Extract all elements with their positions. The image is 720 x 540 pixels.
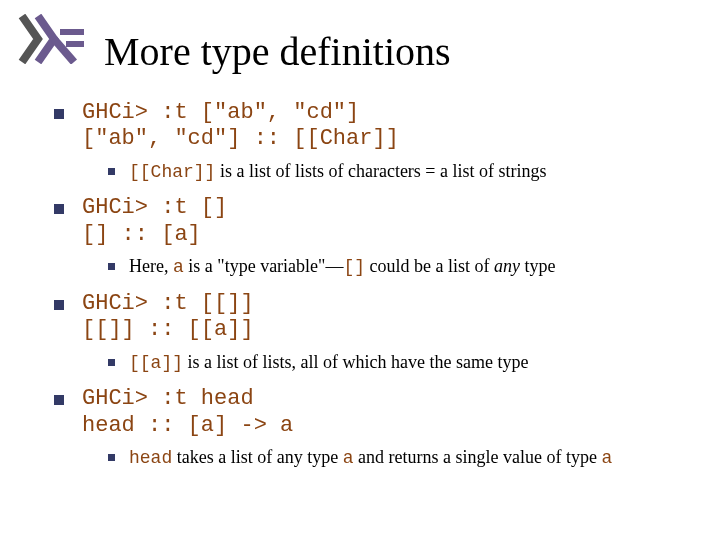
inline-code: [[Char]]	[129, 162, 215, 182]
code-line: GHCi> :t head	[82, 386, 293, 412]
list-item: GHCi> :t ["ab", "cd"] ["ab", "cd"] :: [[…	[54, 100, 696, 153]
inline-code: [[a]]	[129, 353, 183, 373]
inline-code: head	[129, 448, 172, 468]
inline-code: a	[601, 448, 612, 468]
list-item: GHCi> :t [] [] :: [a]	[54, 195, 696, 248]
sub-text: is a list of lists of characters = a lis…	[215, 161, 546, 181]
list-item: GHCi> :t head head :: [a] -> a	[54, 386, 696, 439]
sub-item: Here, a is a "type variable"—[] could be…	[108, 256, 696, 279]
bullet-icon	[54, 300, 64, 310]
sub-item: [[a]] is a list of lists, all of which h…	[108, 352, 696, 375]
code-line: [[]] :: [[a]]	[82, 317, 254, 343]
bullet-icon	[108, 168, 115, 175]
sub-text: is a list of lists, all of which have th…	[183, 352, 528, 372]
code-line: GHCi> :t ["ab", "cd"]	[82, 100, 399, 126]
inline-code: a	[173, 257, 184, 277]
inline-code: []	[343, 257, 365, 277]
code-line: ["ab", "cd"] :: [[Char]]	[82, 126, 399, 152]
code-line: GHCi> :t [[]]	[82, 291, 254, 317]
bullet-icon	[54, 109, 64, 119]
bullet-icon	[108, 263, 115, 270]
sub-text-em: any	[494, 256, 520, 276]
code-line: head :: [a] -> a	[82, 413, 293, 439]
sub-text: Here,	[129, 256, 173, 276]
haskell-logo-icon	[18, 14, 84, 64]
sub-item: [[Char]] is a list of lists of character…	[108, 161, 696, 184]
sub-text: and returns a single value of type	[354, 447, 602, 467]
sub-text: could be a list of	[365, 256, 494, 276]
slide-body: GHCi> :t ["ab", "cd"] ["ab", "cd"] :: [[…	[54, 100, 696, 482]
bullet-icon	[108, 454, 115, 461]
slide-title: More type definitions	[104, 28, 451, 75]
bullet-icon	[54, 204, 64, 214]
code-line: GHCi> :t []	[82, 195, 227, 221]
sub-text: type	[520, 256, 556, 276]
sub-item: head takes a list of any type a and retu…	[108, 447, 696, 470]
sub-text: takes a list of any type	[172, 447, 342, 467]
sub-text: is a "type variable"—	[184, 256, 344, 276]
bullet-icon	[108, 359, 115, 366]
bullet-icon	[54, 395, 64, 405]
code-line: [] :: [a]	[82, 222, 227, 248]
list-item: GHCi> :t [[]] [[]] :: [[a]]	[54, 291, 696, 344]
inline-code: a	[343, 448, 354, 468]
